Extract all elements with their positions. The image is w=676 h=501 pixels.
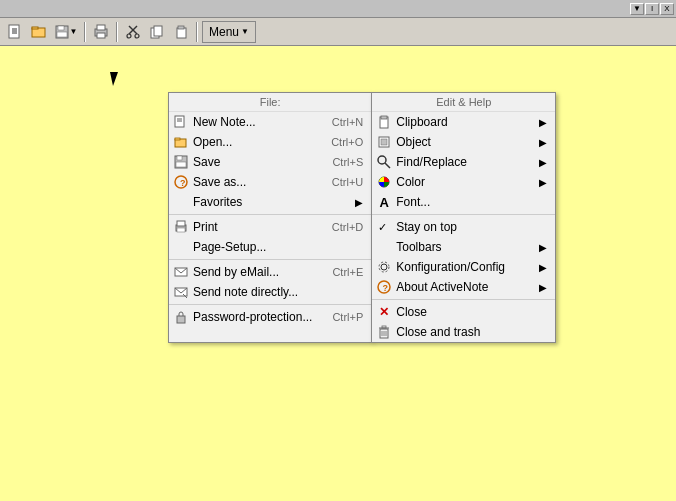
menu-item-close-trash[interactable]: Close and trash — [372, 322, 555, 342]
menu-item-close[interactable]: ✕ Close — [372, 302, 555, 322]
svg-text:?: ? — [383, 283, 389, 293]
open-icon — [173, 134, 189, 150]
menu-item-send-direct[interactable]: Send note directly... — [169, 282, 371, 302]
title-bar: ▼ I X — [0, 0, 676, 18]
menu-item-find-replace-label: Find/Replace — [396, 155, 467, 169]
menu-item-open-shortcut: Ctrl+O — [311, 136, 363, 148]
new-note-icon — [173, 114, 189, 130]
menu-item-stay-on-top-label: Stay on top — [396, 220, 457, 234]
file-section-header: File: — [169, 93, 371, 112]
menu-divider-right-2 — [372, 299, 555, 300]
dropdown-menu: File: New Note... Ctrl+N Open... Ctrl+O — [168, 92, 556, 343]
menu-item-object[interactable]: Object ▶ — [372, 132, 555, 152]
title-bar-buttons: ▼ I X — [630, 3, 674, 15]
clipboard-arrow-icon: ▶ — [539, 117, 547, 128]
svg-rect-19 — [178, 26, 184, 29]
menu-divider-1 — [169, 214, 371, 215]
toolbar-separator-1 — [84, 22, 86, 42]
menu-item-font-label: Font... — [396, 195, 430, 209]
svg-rect-11 — [97, 33, 105, 38]
send-direct-icon — [173, 284, 189, 300]
toolbar-separator-3 — [196, 22, 198, 42]
menu-item-open[interactable]: Open... Ctrl+O — [169, 132, 371, 152]
config-icon — [376, 259, 392, 275]
copy-toolbar-btn[interactable] — [146, 21, 168, 43]
close-menu-icon: ✕ — [376, 304, 392, 320]
favorites-arrow-icon: ▶ — [355, 197, 363, 208]
toolbar-separator-2 — [116, 22, 118, 42]
svg-line-42 — [385, 163, 390, 168]
menu-item-toolbars[interactable]: Toolbars ▶ — [372, 237, 555, 257]
menu-item-save-as-label: Save as... — [193, 175, 246, 189]
menu-item-config[interactable]: Konfiguration/Config ▶ — [372, 257, 555, 277]
menu-item-config-label: Konfiguration/Config — [396, 260, 505, 274]
menu-item-close-trash-label: Close and trash — [396, 325, 480, 339]
menu-item-send-email-label: Send by eMail... — [193, 265, 279, 279]
svg-text:?: ? — [180, 178, 186, 188]
edit-help-menu-panel: Edit & Help Clipboard ▶ Object ▶ — [371, 92, 556, 343]
new-note-toolbar-btn[interactable] — [4, 21, 26, 43]
svg-point-44 — [381, 264, 387, 270]
note-area[interactable]: File: New Note... Ctrl+N Open... Ctrl+O — [0, 46, 676, 501]
menu-item-password-shortcut: Ctrl+P — [312, 311, 363, 323]
minimize-button[interactable]: ▼ — [630, 3, 644, 15]
password-icon — [173, 309, 189, 325]
menu-item-color-label: Color — [396, 175, 425, 189]
menu-item-save-as[interactable]: ? Save as... Ctrl+U — [169, 172, 371, 192]
save-toolbar-btn[interactable]: ▼ — [52, 21, 80, 43]
menu-item-page-setup[interactable]: Page-Setup... — [169, 237, 371, 257]
menu-item-save[interactable]: Save Ctrl+S — [169, 152, 371, 172]
menu-item-close-label: Close — [396, 305, 427, 319]
menu-item-password[interactable]: Password-protection... Ctrl+P — [169, 307, 371, 327]
menu-item-new-note[interactable]: New Note... Ctrl+N — [169, 112, 371, 132]
open-toolbar-btn[interactable] — [28, 21, 50, 43]
font-icon: A — [376, 194, 392, 210]
paste-toolbar-btn[interactable] — [170, 21, 192, 43]
svg-rect-26 — [177, 156, 182, 160]
menu-item-about[interactable]: ? About ActiveNote ▶ — [372, 277, 555, 297]
menu-item-clipboard[interactable]: Clipboard ▶ — [372, 112, 555, 132]
svg-rect-10 — [97, 25, 105, 30]
color-arrow-icon: ▶ — [539, 177, 547, 188]
save-icon — [173, 154, 189, 170]
save-as-icon: ? — [173, 174, 189, 190]
menu-item-new-note-label: New Note... — [193, 115, 256, 129]
menu-divider-2 — [169, 259, 371, 260]
menu-item-save-shortcut: Ctrl+S — [312, 156, 363, 168]
menu-item-favorites[interactable]: Favorites ▶ — [169, 192, 371, 212]
svg-rect-18 — [177, 28, 186, 38]
email-icon — [173, 264, 189, 280]
clipboard-icon — [376, 114, 392, 130]
close-window-button[interactable]: X — [660, 3, 674, 15]
maximize-button[interactable]: I — [645, 3, 659, 15]
svg-rect-5 — [32, 27, 38, 29]
menu-item-print[interactable]: Print Ctrl+D — [169, 217, 371, 237]
menu-item-color[interactable]: Color ▶ — [372, 172, 555, 192]
menu-item-send-direct-label: Send note directly... — [193, 285, 298, 299]
menu-item-clipboard-label: Clipboard — [396, 115, 447, 129]
menu-button[interactable]: Menu ▼ — [202, 21, 256, 43]
stay-on-top-check-icon: ✓ — [378, 221, 387, 234]
menu-item-find-replace[interactable]: Find/Replace ▶ — [372, 152, 555, 172]
svg-point-14 — [127, 34, 131, 38]
cut-toolbar-btn[interactable] — [122, 21, 144, 43]
svg-rect-24 — [175, 138, 180, 140]
config-arrow-icon: ▶ — [539, 262, 547, 273]
print-toolbar-btn[interactable] — [90, 21, 112, 43]
menu-item-about-label: About ActiveNote — [396, 280, 488, 294]
menu-item-send-email[interactable]: Send by eMail... Ctrl+E — [169, 262, 371, 282]
menu-item-font[interactable]: A Font... — [372, 192, 555, 212]
object-arrow-icon: ▶ — [539, 137, 547, 148]
menu-item-toolbars-label: Toolbars — [396, 240, 441, 254]
menu-item-send-email-shortcut: Ctrl+E — [312, 266, 363, 278]
svg-rect-7 — [58, 26, 64, 30]
menu-item-stay-on-top[interactable]: ✓ Stay on top — [372, 217, 555, 237]
find-icon — [376, 154, 392, 170]
menu-divider-3 — [169, 304, 371, 305]
svg-rect-36 — [177, 316, 185, 323]
toolbar: ▼ Menu ▼ — [0, 18, 676, 46]
svg-point-15 — [135, 34, 139, 38]
menu-item-print-shortcut: Ctrl+D — [312, 221, 363, 233]
object-icon — [376, 134, 392, 150]
menu-item-object-label: Object — [396, 135, 431, 149]
